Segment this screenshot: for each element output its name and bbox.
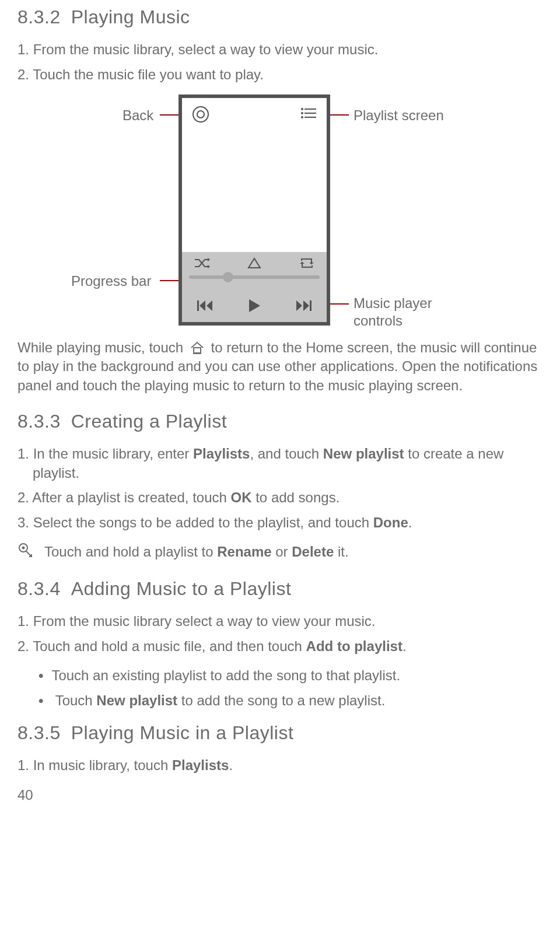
- text-fragment: 1. In the music library, enter: [18, 446, 193, 461]
- text-fragment: While playing music, touch: [18, 340, 187, 355]
- steps-833: 1. In the music library, enter Playlists…: [18, 445, 542, 532]
- steps-832: 1. From the music library, select a way …: [18, 40, 542, 84]
- text-fragment: 2. After a playlist is created, touch: [18, 489, 231, 505]
- bold-text: Done: [373, 515, 408, 530]
- list-item: Touch New playlist to add the song to a …: [38, 691, 542, 710]
- svg-marker-7: [206, 300, 212, 311]
- heading-832: 8.3.2Playing Music: [18, 5, 542, 30]
- svg-marker-10: [303, 300, 309, 311]
- heading-title: Playing Music: [71, 6, 190, 27]
- callout-back: Back: [123, 106, 153, 125]
- heading-title: Creating a Playlist: [71, 411, 227, 432]
- player-controls: [189, 295, 320, 316]
- tip-text: Touch and hold a playlist to Rename or D…: [44, 543, 349, 561]
- text-fragment: 3. Select the songs to be added to the p…: [18, 515, 373, 530]
- tip-icon: [18, 543, 35, 560]
- music-player-figure: Back Playlist screen Progress bar Music …: [18, 95, 542, 334]
- list-item: 1. From the music library select a way t…: [18, 612, 542, 631]
- list-item: 2. After a playlist is created, touch OK…: [18, 488, 542, 507]
- svg-marker-1: [208, 265, 210, 268]
- previous-icon[interactable]: [197, 299, 212, 313]
- text-fragment: 1. In music library, touch: [18, 757, 172, 773]
- text-fragment: to add the song to a new playlist.: [177, 692, 385, 708]
- list-item: 2. Touch and hold a music file, and then…: [18, 637, 542, 656]
- heading-833: 8.3.3Creating a Playlist: [18, 409, 542, 434]
- text-fragment: .: [402, 638, 407, 654]
- svg-marker-2: [249, 258, 260, 268]
- heading-title: Playing Music in a Playlist: [71, 722, 294, 743]
- repeat-icon[interactable]: [299, 256, 315, 270]
- progress-bar-track[interactable]: [189, 275, 320, 279]
- text-fragment: .: [408, 515, 412, 530]
- bold-text: Playlists: [172, 757, 229, 773]
- list-item: 2. Touch the music file you want to play…: [18, 65, 542, 84]
- heading-title: Adding Music to a Playlist: [71, 578, 292, 599]
- bold-text: Delete: [292, 544, 334, 559]
- bold-text: Rename: [217, 544, 271, 559]
- heading-number: 8.3.2: [18, 6, 61, 27]
- steps-834: 1. From the music library select a way t…: [18, 612, 542, 656]
- text-fragment: to add songs.: [252, 489, 340, 505]
- steps-835: 1. In music library, touch Playlists.: [18, 756, 542, 775]
- phone-mockup: [178, 95, 330, 326]
- bold-text: Add to playlist: [306, 638, 402, 654]
- text-fragment: Touch: [55, 692, 97, 708]
- list-item: Touch an existing playlist to add the so…: [38, 666, 542, 685]
- svg-marker-6: [200, 300, 205, 311]
- svg-marker-9: [296, 300, 302, 311]
- svg-rect-11: [310, 300, 312, 311]
- text-fragment: it.: [334, 544, 348, 559]
- svg-marker-3: [309, 263, 314, 264]
- list-item: 1. From the music library, select a way …: [18, 40, 542, 59]
- callout-playlist: Playlist screen: [354, 106, 444, 125]
- heading-number: 8.3.3: [18, 411, 61, 432]
- svg-marker-8: [249, 299, 260, 312]
- svg-marker-0: [208, 258, 210, 261]
- text-fragment: Touch and hold a playlist to: [44, 544, 217, 559]
- next-icon[interactable]: [296, 299, 312, 313]
- player-panel: [182, 252, 327, 322]
- bold-text: New playlist: [323, 446, 404, 461]
- text-fragment: , and touch: [250, 446, 323, 461]
- bullets-834: Touch an existing playlist to add the so…: [38, 666, 542, 710]
- para-832: While playing music, touch to return to …: [18, 338, 542, 395]
- svg-rect-12: [194, 348, 201, 353]
- heading-number: 8.3.5: [18, 722, 61, 743]
- heading-834: 8.3.4Adding Music to a Playlist: [18, 576, 542, 601]
- callout-controls-line2: controls: [354, 312, 402, 330]
- callout-controls-line1: Music player: [354, 294, 432, 313]
- list-item: 3. Select the songs to be added to the p…: [18, 513, 542, 532]
- text-fragment: .: [229, 757, 233, 773]
- text-fragment: 2. Touch and hold a music file, and then…: [18, 638, 306, 654]
- playlist-icon[interactable]: [301, 107, 316, 120]
- tip-833: Touch and hold a playlist to Rename or D…: [18, 543, 542, 561]
- back-disc-icon[interactable]: [192, 106, 209, 123]
- home-icon: [190, 341, 205, 355]
- callout-progress: Progress bar: [71, 272, 151, 291]
- heading-number: 8.3.4: [18, 578, 61, 599]
- text-fragment: or: [272, 544, 292, 559]
- play-icon[interactable]: [247, 298, 261, 313]
- list-item: 1. In music library, touch Playlists.: [18, 756, 542, 775]
- bold-text: New playlist: [96, 692, 177, 708]
- progress-bar-thumb[interactable]: [223, 272, 233, 282]
- svg-rect-5: [197, 300, 199, 311]
- list-item: 1. In the music library, enter Playlists…: [18, 445, 542, 482]
- bold-text: OK: [231, 489, 252, 505]
- page-number: 40: [18, 786, 542, 804]
- svg-point-15: [22, 546, 25, 549]
- bold-text: Playlists: [193, 446, 250, 461]
- up-arrow-icon[interactable]: [246, 256, 262, 270]
- heading-835: 8.3.5Playing Music in a Playlist: [18, 720, 542, 746]
- phone-top-row: [182, 104, 327, 125]
- svg-marker-4: [300, 262, 304, 264]
- shuffle-icon[interactable]: [194, 256, 210, 270]
